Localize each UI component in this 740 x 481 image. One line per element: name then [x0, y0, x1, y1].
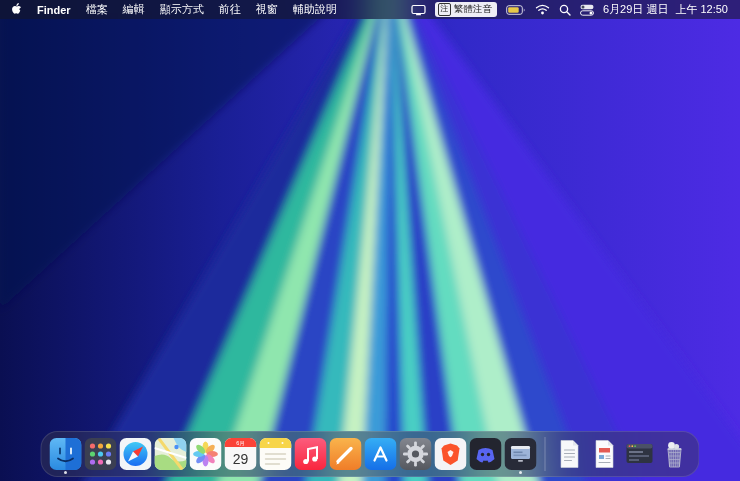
- battery-icon[interactable]: [506, 5, 526, 15]
- dock-music[interactable]: [295, 438, 327, 470]
- menu-bar-status: 注 繁體注音 6月29日 週日 上午 12:50: [411, 2, 728, 17]
- calendar-day-label: 29: [233, 451, 249, 467]
- control-center-icon[interactable]: [580, 4, 594, 16]
- dock-pages[interactable]: [330, 438, 362, 470]
- running-indicator: [64, 471, 67, 474]
- menu-file[interactable]: 檔案: [86, 2, 108, 17]
- dock-discord[interactable]: [470, 438, 502, 470]
- menu-go[interactable]: 前往: [219, 2, 241, 17]
- dock-separator: [545, 437, 546, 471]
- spotlight-search-icon[interactable]: [559, 4, 571, 16]
- dock-screen-sharing[interactable]: [505, 438, 537, 470]
- dock-maps[interactable]: [155, 438, 187, 470]
- menu-window[interactable]: 視窗: [256, 2, 278, 17]
- display-mirroring-icon[interactable]: [411, 4, 426, 16]
- dock-text-document[interactable]: [554, 438, 586, 470]
- time-label: 上午 12:50: [675, 2, 728, 17]
- dock-minimized-window[interactable]: [624, 438, 656, 470]
- dock-launchpad[interactable]: [85, 438, 117, 470]
- menu-bar: Finder 檔案 編輯 顯示方式 前往 視窗 輔助說明 注 繁體注音 6月29…: [0, 0, 740, 19]
- dock-safari[interactable]: [120, 438, 152, 470]
- dock-app-store[interactable]: [365, 438, 397, 470]
- menu-bar-left: Finder 檔案 編輯 顯示方式 前往 視窗 輔助說明: [10, 2, 337, 18]
- wifi-icon[interactable]: [535, 4, 550, 15]
- desktop-wallpaper: [0, 0, 740, 481]
- dock-trash[interactable]: [659, 438, 691, 470]
- running-indicator: [519, 471, 522, 474]
- dock-photos[interactable]: [190, 438, 222, 470]
- input-source-menu[interactable]: 注 繁體注音: [435, 2, 497, 17]
- apple-menu[interactable]: [10, 2, 22, 18]
- dock-system-settings[interactable]: [400, 438, 432, 470]
- dock-pdf-document[interactable]: [589, 438, 621, 470]
- menu-help[interactable]: 輔助說明: [293, 2, 337, 17]
- dock-finder[interactable]: [50, 438, 82, 470]
- input-method-icon: 注: [438, 3, 451, 16]
- menu-view[interactable]: 顯示方式: [160, 2, 204, 17]
- dock-notes[interactable]: [260, 438, 292, 470]
- app-menu-finder[interactable]: Finder: [37, 4, 71, 16]
- menu-edit[interactable]: 編輯: [123, 2, 145, 17]
- apple-icon: [10, 2, 22, 16]
- calendar-month-label: 6月: [236, 440, 245, 447]
- input-source-label: 繁體注音: [454, 4, 492, 14]
- menu-bar-clock[interactable]: 6月29日 週日 上午 12:50: [603, 2, 728, 17]
- date-label: 6月29日 週日: [603, 2, 668, 17]
- dock-brave[interactable]: [435, 438, 467, 470]
- dock-calendar[interactable]: 6月 29: [225, 438, 257, 470]
- dock: 6月 29: [41, 431, 700, 477]
